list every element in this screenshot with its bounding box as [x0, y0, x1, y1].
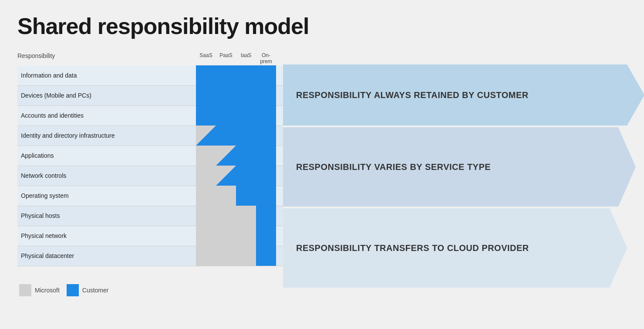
legend-box-customer	[67, 284, 79, 296]
cell-blue	[256, 125, 276, 146]
row-cells	[196, 146, 276, 166]
cell-gray	[236, 226, 256, 246]
cell-gray	[196, 246, 216, 266]
arrow-shape-2: RESPONSIBILITY VARIES BY SERVICE TYPE	[283, 127, 636, 207]
table-row: Identity and directory infrastructure	[17, 126, 283, 146]
cell-split	[216, 146, 236, 166]
arrow-shape-3: RESPONSIBILITY TRANSFERS TO CLOUD PROVID…	[283, 208, 627, 288]
cell-gray	[196, 226, 216, 246]
row-label: Physical network	[17, 232, 196, 239]
cell-gray	[216, 206, 236, 226]
row-cells	[196, 166, 276, 186]
cell-gray	[196, 186, 216, 206]
cell-blue	[256, 166, 276, 186]
row-label: Identity and directory infrastructure	[17, 132, 196, 139]
cell-blue	[236, 85, 256, 105]
column-header: SaaS	[196, 52, 216, 65]
arrows-section: RESPONSIBILITY ALWAYS RETAINED BY CUSTOM…	[283, 52, 644, 279]
row-label: Information and data	[17, 72, 196, 79]
row-label: Physical hosts	[17, 212, 196, 219]
row-label: Operating system	[17, 192, 196, 199]
cell-gray	[216, 246, 236, 266]
cell-gray	[196, 146, 216, 166]
legend-customer: Customer	[67, 284, 109, 296]
row-label: Physical datacenter	[17, 252, 196, 259]
arrow-band-2: RESPONSIBILITY VARIES BY SERVICE TYPE	[283, 127, 644, 207]
cell-blue	[236, 65, 256, 85]
cell-gray	[216, 186, 236, 206]
table-header: Responsibility SaaSPaaSIaaSOn- prem	[17, 52, 283, 65]
row-cells	[196, 206, 276, 226]
cell-gray	[216, 226, 236, 246]
arrow-band-1: RESPONSIBILITY ALWAYS RETAINED BY CUSTOM…	[283, 64, 644, 125]
cell-blue	[196, 65, 216, 85]
table-row: Physical hosts	[17, 206, 283, 226]
column-header: On- prem	[256, 52, 276, 65]
arrow-text-3: RESPONSIBILITY TRANSFERS TO CLOUD PROVID…	[296, 243, 529, 253]
cell-gray	[196, 166, 216, 186]
table-row: Operating system	[17, 186, 283, 206]
cell-blue	[236, 125, 256, 146]
cell-blue	[216, 125, 236, 146]
cell-split	[216, 166, 236, 186]
cell-blue	[256, 65, 276, 85]
cell-blue	[196, 85, 216, 105]
legend-label-microsoft: Microsoft	[35, 287, 60, 294]
cell-blue	[216, 85, 236, 105]
cell-blue	[216, 65, 236, 85]
row-cells	[196, 85, 276, 105]
cell-blue	[256, 226, 276, 246]
cell-blue	[256, 105, 276, 125]
table-row: Applications	[17, 146, 283, 166]
table-row: Physical network	[17, 226, 283, 246]
cell-gray	[196, 206, 216, 226]
table-row: Physical datacenter	[17, 246, 283, 266]
row-label: Devices (Mobile and PCs)	[17, 92, 196, 99]
cell-gray	[236, 206, 256, 226]
row-label: Network controls	[17, 172, 196, 179]
row-cells	[196, 186, 276, 206]
column-headers: SaaSPaaSIaaSOn- prem	[196, 52, 276, 65]
arrow-band-3: RESPONSIBILITY TRANSFERS TO CLOUD PROVID…	[283, 208, 644, 288]
row-label: Accounts and identities	[17, 112, 196, 119]
cell-blue	[256, 85, 276, 105]
table-body: Information and dataDevices (Mobile and …	[17, 66, 283, 266]
arrow-text-2: RESPONSIBILITY VARIES BY SERVICE TYPE	[296, 162, 491, 172]
cell-gray	[236, 246, 256, 266]
slide: Shared responsibility model Responsibili…	[0, 0, 644, 329]
row-cells	[196, 246, 276, 266]
legend-microsoft: Microsoft	[19, 284, 60, 296]
table-row: Devices (Mobile and PCs)	[17, 86, 283, 106]
cell-blue	[256, 146, 276, 166]
cell-blue	[236, 186, 256, 206]
row-cells	[196, 125, 276, 146]
table-row: Accounts and identities	[17, 106, 283, 126]
row-label: Applications	[17, 152, 196, 159]
table-section: Responsibility SaaSPaaSIaaSOn- prem Info…	[17, 52, 283, 279]
responsibility-header: Responsibility	[17, 52, 196, 65]
cell-blue	[236, 166, 256, 186]
arrow-text-1: RESPONSIBILITY ALWAYS RETAINED BY CUSTOM…	[296, 90, 529, 100]
table-row: Information and data	[17, 66, 283, 86]
cell-blue	[236, 146, 256, 166]
legend-box-microsoft	[19, 284, 31, 296]
arrow-shape-1: RESPONSIBILITY ALWAYS RETAINED BY CUSTOM…	[283, 64, 644, 125]
cell-blue	[256, 206, 276, 226]
column-header: PaaS	[216, 52, 236, 65]
cell-blue	[256, 186, 276, 206]
row-cells	[196, 105, 276, 125]
cell-blue	[196, 105, 216, 125]
content-area: Responsibility SaaSPaaSIaaSOn- prem Info…	[17, 52, 627, 279]
cell-blue	[256, 246, 276, 266]
table-row: Network controls	[17, 166, 283, 186]
row-cells	[196, 226, 276, 246]
row-cells	[196, 65, 276, 85]
legend-label-customer: Customer	[82, 287, 109, 294]
slide-title: Shared responsibility model	[17, 13, 627, 39]
cell-blue	[236, 105, 256, 125]
column-header: IaaS	[236, 52, 256, 65]
cell-blue	[216, 105, 236, 125]
cell-split	[196, 125, 216, 146]
